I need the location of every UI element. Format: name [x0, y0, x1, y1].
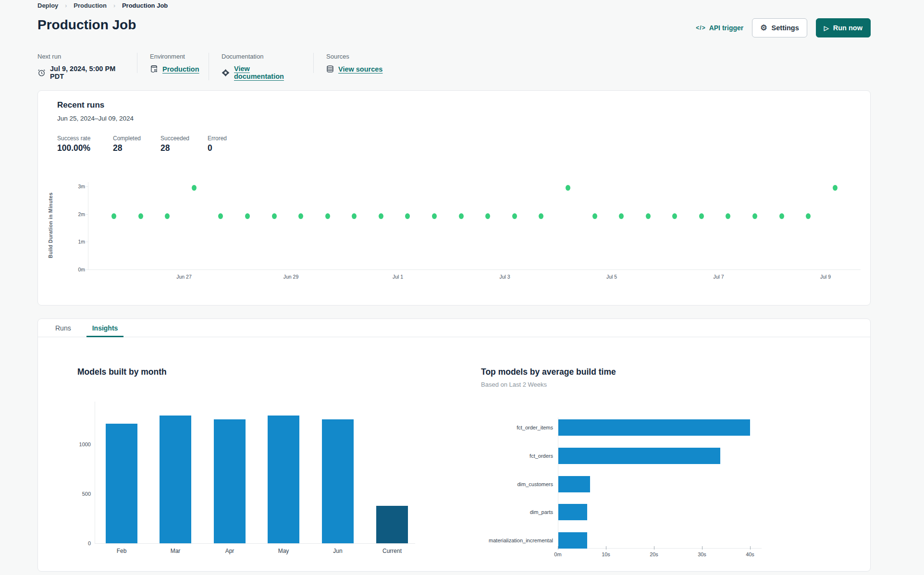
run-duration-point[interactable]	[432, 213, 437, 219]
breadcrumb-production-job: Production Job	[122, 2, 168, 9]
hbar-x-tick-mark	[558, 546, 558, 550]
environment-database-icon	[150, 65, 158, 73]
breadcrumb-deploy[interactable]: Deploy	[37, 2, 58, 9]
run-duration-point[interactable]	[779, 213, 784, 219]
documentation-label: Documentation	[222, 53, 300, 60]
models-built-by-month-chart: 05001000 FebMarAprMayJunCurrent	[38, 319, 470, 572]
hbar-x-tick: 40s	[738, 551, 762, 557]
hbar-x-tick: 0m	[546, 551, 570, 557]
month-bar-current[interactable]	[376, 506, 408, 543]
scatter-y-tick: 2m	[73, 211, 85, 217]
run-duration-point[interactable]	[138, 213, 143, 219]
run-duration-point[interactable]	[352, 213, 357, 219]
environment-label: Environment	[150, 53, 195, 60]
scatter-y-tick-mark	[86, 242, 88, 242]
scatter-y-tick: 1m	[73, 239, 85, 245]
model-bar-materialization_incremental[interactable]	[558, 532, 587, 549]
model-bar-fct_order_items[interactable]	[558, 419, 750, 436]
run-duration-point[interactable]	[672, 213, 677, 219]
run-duration-point[interactable]	[111, 213, 116, 219]
run-duration-point[interactable]	[379, 213, 383, 219]
chevron-right-icon: ›	[113, 2, 115, 9]
month-bar-feb[interactable]	[106, 424, 137, 543]
hbar-category-label: fct_orders	[470, 453, 553, 459]
hbar-x-axis-line	[558, 548, 762, 549]
scatter-x-tick: Jun 27	[172, 274, 197, 280]
hbar-x-tick-mark	[606, 546, 606, 550]
view-sources-link[interactable]: View sources	[338, 65, 382, 73]
scatter-y-tick: 0m	[73, 267, 85, 272]
scatter-x-axis-line	[88, 269, 861, 270]
view-documentation-link[interactable]: View documentation	[234, 65, 300, 80]
bar-category-label: Jun	[316, 548, 359, 554]
model-bar-dim_customers[interactable]	[558, 476, 590, 492]
run-duration-point[interactable]	[726, 213, 730, 219]
model-bar-fct_orders[interactable]	[558, 448, 720, 464]
bar-y-tick: 500	[72, 491, 91, 497]
run-duration-point[interactable]	[192, 185, 197, 191]
run-duration-point[interactable]	[592, 213, 597, 219]
run-duration-point[interactable]	[539, 213, 543, 219]
run-duration-point[interactable]	[752, 213, 757, 219]
bar-category-label: Feb	[100, 548, 143, 554]
run-now-button[interactable]: ▷ Run now	[816, 18, 871, 37]
run-duration-point[interactable]	[699, 213, 704, 219]
settings-label: Settings	[772, 24, 799, 32]
hbar-x-tick: 30s	[690, 551, 714, 557]
scatter-y-tick-mark	[86, 269, 88, 270]
insights-card: Runs Insights Models built by month 0500…	[37, 318, 871, 572]
meta-sources: Sources View sources	[313, 53, 396, 73]
scatter-x-tick: Jun 29	[279, 274, 304, 280]
sources-label: Sources	[326, 53, 382, 60]
meta-environment: Environment Production	[137, 53, 209, 73]
hbar-x-tick-mark	[702, 546, 702, 550]
run-duration-point[interactable]	[459, 213, 464, 219]
run-duration-point[interactable]	[218, 213, 223, 219]
run-duration-point[interactable]	[298, 213, 303, 219]
top-models-by-build-time-chart: fct_order_itemsfct_ordersdim_customersdi…	[470, 319, 871, 572]
scatter-x-tick: Jul 3	[493, 274, 517, 280]
breadcrumb-production[interactable]: Production	[74, 2, 107, 9]
run-duration-point[interactable]	[245, 213, 250, 219]
month-bar-jun[interactable]	[322, 419, 354, 543]
recent-runs-card: Recent runs Jun 25, 2024–Jul 09, 2024 Su…	[37, 90, 871, 306]
month-bar-apr[interactable]	[214, 419, 246, 543]
hbar-category-label: fct_order_items	[470, 425, 553, 430]
hbar-x-tick-mark	[654, 546, 654, 550]
scatter-y-axis-line	[88, 182, 88, 269]
bar-y-axis-line	[95, 402, 95, 543]
month-bar-mar[interactable]	[160, 416, 191, 543]
dbt-logo-icon	[222, 69, 230, 77]
api-trigger-link[interactable]: </> API trigger	[696, 24, 743, 32]
run-duration-point[interactable]	[646, 213, 651, 219]
run-duration-point[interactable]	[619, 213, 624, 219]
month-bar-may[interactable]	[268, 416, 299, 543]
build-duration-scatter-chart: Build Duration in Minutes 0m1m2m3m Jun 2…	[38, 91, 871, 306]
hbar-category-label: dim_customers	[470, 481, 553, 487]
alarm-clock-icon	[37, 69, 46, 77]
run-duration-point[interactable]	[165, 213, 170, 219]
bar-category-label: Apr	[208, 548, 251, 554]
run-duration-point[interactable]	[272, 213, 277, 219]
production-job-page: Deploy › Production › Production Job Pro…	[0, 0, 924, 575]
run-duration-point[interactable]	[566, 185, 570, 191]
scatter-y-tick-mark	[86, 186, 88, 187]
model-bar-dim_parts[interactable]	[558, 504, 587, 520]
bar-category-label: Mar	[154, 548, 197, 554]
bar-category-label: Current	[370, 548, 414, 554]
run-duration-point[interactable]	[512, 213, 517, 219]
run-duration-point[interactable]	[325, 213, 330, 219]
run-duration-point[interactable]	[405, 213, 410, 219]
run-duration-point[interactable]	[806, 213, 811, 219]
meta-next-run: Next run Jul 9, 2024, 5:00 PM PDT	[37, 53, 137, 80]
hbar-x-tick: 20s	[642, 551, 666, 557]
bar-y-tick: 0	[72, 540, 91, 546]
run-duration-point[interactable]	[485, 213, 490, 219]
scatter-x-tick: Jul 7	[706, 274, 731, 280]
next-run-label: Next run	[37, 53, 123, 60]
settings-button[interactable]: ⚙ Settings	[752, 18, 807, 37]
run-duration-point[interactable]	[833, 185, 838, 191]
environment-link[interactable]: Production	[162, 65, 199, 73]
breadcrumb: Deploy › Production › Production Job	[37, 2, 168, 9]
scatter-x-tick: Jul 5	[599, 274, 624, 280]
